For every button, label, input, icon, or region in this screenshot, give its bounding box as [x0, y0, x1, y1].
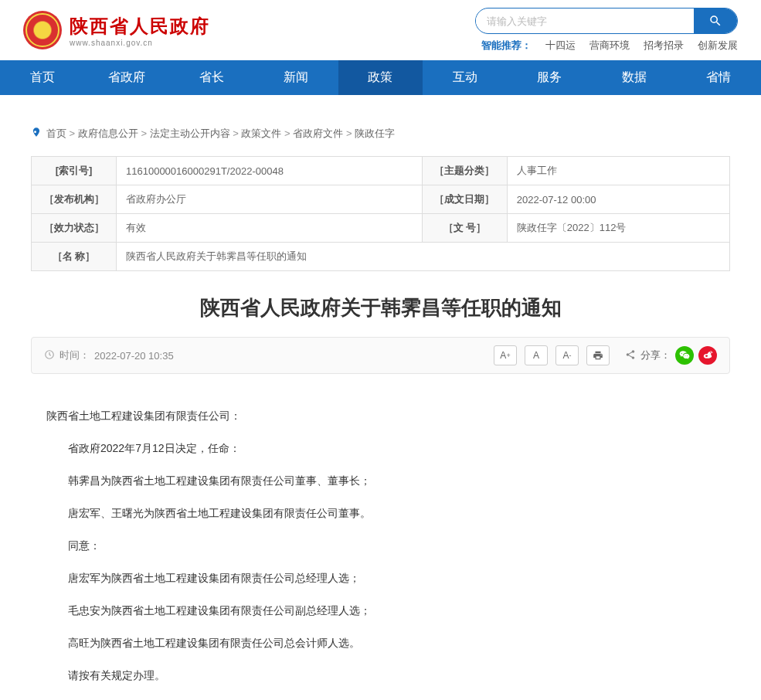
print-button[interactable] — [586, 345, 610, 365]
search-input[interactable] — [476, 15, 694, 27]
nav-item[interactable]: 省情 — [677, 60, 761, 95]
breadcrumb-separator: > — [343, 127, 355, 139]
meta-value: 人事工作 — [507, 157, 729, 185]
site-title: 陕西省人民政府 — [70, 14, 210, 39]
breadcrumb-item: 陕政任字 — [355, 127, 395, 139]
nav-item[interactable]: 互动 — [423, 60, 507, 95]
breadcrumb-item[interactable]: 政府信息公开 — [78, 127, 138, 139]
nav-item[interactable]: 首页 — [0, 60, 84, 95]
site-title-block: 陕西省人民政府 www.shaanxi.gov.cn — [70, 14, 210, 47]
meta-label: ［成文日期］ — [422, 185, 507, 214]
article-paragraph: 同意： — [46, 535, 715, 556]
nav-item[interactable]: 新闻 — [253, 60, 338, 95]
search-box — [475, 8, 738, 34]
breadcrumb-item[interactable]: 首页 — [46, 127, 66, 139]
meta-value: 陕政任字〔2022〕112号 — [507, 214, 729, 243]
meta-label: ［效力状态］ — [32, 214, 117, 243]
meta-label: ［文 号］ — [422, 214, 507, 243]
recommend-label: 智能推荐： — [481, 39, 532, 53]
article-body: 陕西省土地工程建设集团有限责任公司：省政府2022年7月12日决定，任命：韩霁昌… — [31, 405, 730, 700]
nav-item[interactable]: 数据 — [592, 60, 676, 95]
meta-value: 11610000016000291T/2022-00048 — [117, 157, 423, 185]
article-paragraph: 韩霁昌为陕西省土地工程建设集团有限责任公司董事、董事长； — [46, 470, 715, 491]
breadcrumb-item[interactable]: 省政府文件 — [293, 127, 343, 139]
clock-icon — [44, 349, 55, 362]
nav-item[interactable]: 省长 — [169, 60, 253, 95]
breadcrumb-item[interactable]: 法定主动公开内容 — [150, 127, 230, 139]
search-area: 智能推荐： 十四运 营商环境 招考招录 创新发展 — [475, 8, 738, 53]
weibo-share-button[interactable] — [698, 346, 717, 365]
article-paragraph: 陕西省土地工程建设集团有限责任公司： — [46, 405, 715, 426]
article-title: 陕西省人民政府关于韩霁昌等任职的通知 — [31, 294, 730, 321]
right-tools: A+ A A- 分享： — [494, 345, 717, 365]
recommend-item[interactable]: 创新发展 — [698, 39, 738, 53]
article-paragraph: 唐宏军、王曙光为陕西省土地工程建设集团有限责任公司董事。 — [46, 502, 715, 524]
meta-value: 2022-07-12 00:00 — [507, 185, 729, 214]
header: 陕西省人民政府 www.shaanxi.gov.cn 智能推荐： 十四运 营商环… — [0, 0, 761, 60]
meta-label: ［发布机构］ — [32, 185, 117, 214]
nav-item[interactable]: 服务 — [508, 60, 592, 95]
recommend-row: 智能推荐： 十四运 营商环境 招考招录 创新发展 — [481, 39, 738, 53]
breadcrumb-separator: > — [230, 127, 242, 139]
breadcrumb-separator: > — [66, 127, 78, 139]
search-icon — [708, 14, 722, 28]
share-group: 分享： — [625, 346, 717, 365]
nav-item[interactable]: 省政府 — [84, 60, 168, 95]
article-paragraph: 高旺为陕西省土地工程建设集团有限责任公司总会计师人选。 — [46, 632, 715, 654]
meta-label: ［名 称］ — [32, 243, 117, 271]
wechat-share-button[interactable] — [675, 346, 694, 365]
share-label: 分享： — [640, 348, 671, 362]
article-paragraph: 省政府2022年7月12日决定，任命： — [46, 437, 715, 459]
article-paragraph: 唐宏军为陕西省土地工程建设集团有限责任公司总经理人选； — [46, 567, 715, 589]
weibo-icon — [702, 350, 713, 361]
meta-label: ［主题分类］ — [422, 157, 507, 185]
share-icon — [625, 349, 636, 362]
print-icon — [593, 350, 603, 361]
recommend-item[interactable]: 招考招录 — [644, 39, 684, 53]
location-icon — [31, 126, 42, 141]
breadcrumb: 首页 > 政府信息公开 > 法定主动公开内容 > 政策文件 > 省政府文件 > … — [0, 95, 761, 156]
site-url: www.shaanxi.gov.cn — [70, 39, 210, 47]
breadcrumb-separator: > — [281, 127, 293, 139]
wechat-icon — [679, 350, 690, 361]
meta-table: [索引号] 11610000016000291T/2022-00048 ［主题分… — [31, 156, 730, 271]
publish-time: 时间： 2022-07-20 10:35 — [44, 348, 174, 362]
nav-item[interactable]: 政策 — [338, 60, 423, 95]
main-nav: 首页省政府省长新闻政策互动服务数据省情 — [0, 60, 761, 95]
time-label: 时间： — [59, 348, 90, 362]
font-decrease-button[interactable]: A- — [555, 345, 579, 365]
font-reset-button[interactable]: A — [525, 345, 548, 365]
recommend-item[interactable]: 营商环境 — [589, 39, 630, 53]
article-toolbar: 时间： 2022-07-20 10:35 A+ A A- 分享： — [31, 337, 730, 374]
font-increase-button[interactable]: A+ — [494, 345, 517, 365]
national-emblem-icon — [23, 11, 62, 49]
meta-value: 有效 — [117, 214, 423, 243]
meta-label: [索引号] — [32, 157, 117, 185]
recommend-item[interactable]: 十四运 — [545, 39, 576, 53]
breadcrumb-separator: > — [138, 127, 150, 139]
breadcrumb-item[interactable]: 政策文件 — [241, 127, 281, 139]
meta-value: 省政府办公厅 — [117, 185, 423, 214]
article-paragraph: 请按有关规定办理。 — [46, 664, 715, 686]
article-paragraph: 毛忠安为陕西省土地工程建设集团有限责任公司副总经理人选； — [46, 600, 715, 621]
meta-value: 陕西省人民政府关于韩霁昌等任职的通知 — [117, 243, 730, 271]
time-value: 2022-07-20 10:35 — [94, 350, 174, 362]
search-button[interactable] — [694, 8, 737, 33]
